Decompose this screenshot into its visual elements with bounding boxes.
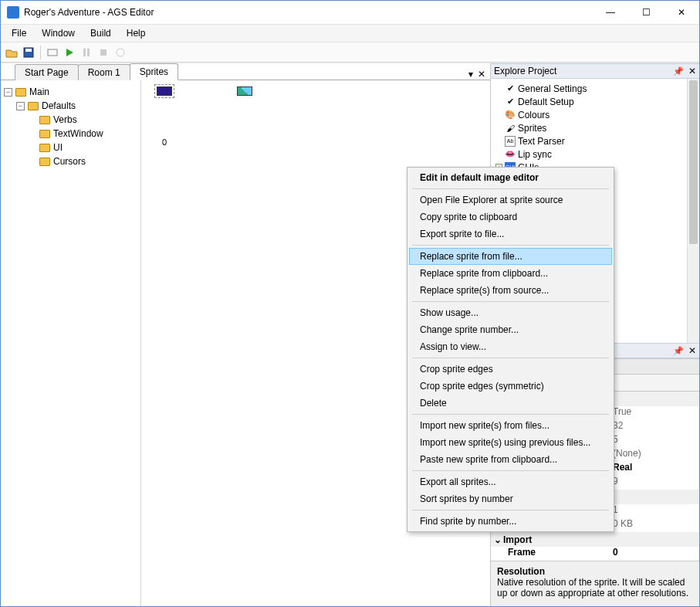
prop-number-val[interactable]: 1: [613, 504, 699, 518]
ctx-edit-default[interactable]: Edit in default image editor: [409, 169, 612, 186]
chevron-down-icon[interactable]: ⌄: [494, 534, 503, 545]
ctx-open-explorer[interactable]: Open File Explorer at sprite source: [409, 192, 612, 209]
explore-project-title: Explore Project: [494, 66, 673, 76]
document-tabs: Start Page Room 1 Sprites ▾ ✕: [1, 63, 490, 80]
ctx-show-usage[interactable]: Show usage...: [409, 304, 612, 321]
sprite-context-menu: Edit in default image editor Open File E…: [407, 167, 614, 532]
window-title: Roger's Adventure - AGS Editor: [24, 7, 593, 18]
ctx-delete[interactable]: Delete: [409, 395, 612, 412]
content-area: Start Page Room 1 Sprites ▾ ✕ −Main −Def…: [1, 63, 699, 606]
expander-icon[interactable]: −: [16, 102, 25, 110]
ctx-paste-clipboard[interactable]: Paste new sprite from clipboard...: [409, 451, 612, 468]
sprite-label-0: 0: [162, 137, 167, 147]
tab-dropdown-icon[interactable]: ▾: [468, 69, 473, 80]
sprites-editor: −Main −Defaults Verbs TextWindow UI Curs…: [1, 80, 490, 606]
tree-lip-sync[interactable]: Lip sync: [518, 149, 552, 160]
ctx-separator: [412, 470, 609, 471]
ctx-import-files[interactable]: Import new sprite(s) from files...: [409, 417, 612, 434]
stop-icon[interactable]: [96, 45, 111, 60]
scrollbar-thumb[interactable]: [689, 80, 698, 244]
expander-icon[interactable]: −: [4, 88, 12, 97]
ctx-separator: [412, 245, 609, 246]
menu-file[interactable]: File: [4, 25, 34, 42]
svg-rect-5: [87, 49, 90, 56]
tree-colours[interactable]: Colours: [518, 110, 550, 120]
palette-icon: 🎨: [505, 110, 516, 120]
svg-rect-4: [83, 49, 86, 56]
minimize-button[interactable]: —: [593, 1, 628, 24]
pin-icon[interactable]: 📌: [673, 66, 684, 76]
tree-general-settings[interactable]: General Settings: [518, 83, 587, 94]
folder-icon: [15, 88, 26, 97]
menu-window[interactable]: Window: [34, 25, 83, 42]
prop-width-val[interactable]: 9: [613, 476, 699, 490]
open-icon[interactable]: [4, 45, 19, 60]
save-icon[interactable]: [21, 45, 36, 60]
close-panel-icon[interactable]: ✕: [688, 66, 696, 76]
svg-marker-3: [66, 49, 73, 56]
menu-bar: File Window Build Help: [1, 24, 699, 42]
app-icon: [7, 6, 19, 19]
folder-icon: [39, 116, 50, 124]
prop-alpha-val[interactable]: True: [613, 406, 699, 420]
ctx-copy-clipboard[interactable]: Copy sprite to clipboard: [409, 209, 612, 226]
close-button[interactable]: ✕: [664, 1, 699, 24]
tab-room-1[interactable]: Room 1: [78, 64, 130, 80]
folder-main[interactable]: Main: [29, 86, 49, 97]
prop-frame-key: Frame: [491, 547, 613, 561]
run-icon[interactable]: [62, 45, 77, 60]
ctx-separator: [412, 414, 609, 415]
prop-height-val[interactable]: 5: [613, 434, 699, 448]
folder-icon: [39, 130, 50, 138]
folder-defaults[interactable]: Defaults: [42, 100, 76, 111]
ctx-separator: [412, 510, 609, 510]
folder-verbs[interactable]: Verbs: [53, 114, 77, 125]
ctx-replace-from-source[interactable]: Replace sprite(s) from source...: [409, 282, 612, 299]
prop-frame-val[interactable]: 0: [613, 547, 699, 561]
svg-rect-1: [25, 49, 32, 52]
tab-close-icon[interactable]: ✕: [478, 69, 485, 80]
pause-icon[interactable]: [79, 45, 94, 60]
tab-sprites[interactable]: Sprites: [130, 63, 178, 80]
ctx-crop-edges-sym[interactable]: Crop sprite edges (symmetric): [409, 378, 612, 395]
folder-cursors[interactable]: Cursors: [53, 156, 86, 167]
sprite-thumb-1[interactable]: [237, 86, 252, 96]
ctx-replace-from-clipboard[interactable]: Replace sprite from clipboard...: [409, 265, 612, 282]
menu-help[interactable]: Help: [119, 25, 154, 42]
ctx-change-number[interactable]: Change sprite number...: [409, 321, 612, 338]
tree-text-parser[interactable]: Text Parser: [518, 136, 565, 147]
ctx-export-file[interactable]: Export sprite to file...: [409, 226, 612, 242]
folder-ui[interactable]: UI: [53, 142, 63, 153]
folder-textwindow[interactable]: TextWindow: [53, 128, 103, 139]
prop-colordepth-val[interactable]: 32: [613, 420, 699, 434]
prop-palette-val[interactable]: (None): [613, 448, 699, 462]
maximize-button[interactable]: ☐: [628, 1, 664, 24]
ctx-export-all[interactable]: Export all sprites...: [409, 473, 612, 490]
desc-body: Native resolution of the sprite. It will…: [497, 577, 693, 599]
tab-start-page[interactable]: Start Page: [15, 64, 79, 80]
svg-rect-2: [48, 49, 57, 56]
explore-project-header[interactable]: Explore Project 📌 ✕: [491, 63, 699, 79]
prop-sizeondisk-val[interactable]: 0 KB: [613, 518, 699, 532]
step-icon[interactable]: [113, 45, 128, 60]
tree-default-setup[interactable]: Default Setup: [518, 97, 574, 107]
prop-resolution-val[interactable]: Real: [613, 462, 699, 476]
ctx-crop-edges[interactable]: Crop sprite edges: [409, 361, 612, 378]
ctx-find-by-number[interactable]: Find sprite by number...: [409, 513, 612, 530]
titlebar: Roger's Adventure - AGS Editor — ☐ ✕: [1, 1, 699, 24]
tree-sprites[interactable]: Sprites: [518, 123, 546, 134]
scrollbar[interactable]: [687, 79, 699, 343]
document-area: Start Page Room 1 Sprites ▾ ✕ −Main −Def…: [1, 63, 490, 606]
ctx-sort-by-number[interactable]: Sort sprites by number: [409, 490, 612, 507]
ctx-assign-view[interactable]: Assign to view...: [409, 338, 612, 355]
sprite-thumb-0[interactable]: [157, 86, 172, 96]
ctx-import-prev[interactable]: Import new sprite(s) using previous file…: [409, 434, 612, 451]
ctx-replace-from-file[interactable]: Replace sprite from file...: [409, 248, 612, 265]
folder-icon: [39, 158, 50, 166]
sprite-folder-tree[interactable]: −Main −Defaults Verbs TextWindow UI Curs…: [1, 80, 141, 606]
sprite-list[interactable]: 0 Edit in default image editor Open File…: [141, 80, 490, 606]
close-panel-icon[interactable]: ✕: [688, 345, 696, 356]
menu-build[interactable]: Build: [83, 25, 119, 42]
pin-icon[interactable]: 📌: [673, 346, 684, 356]
build-icon[interactable]: [45, 45, 60, 60]
